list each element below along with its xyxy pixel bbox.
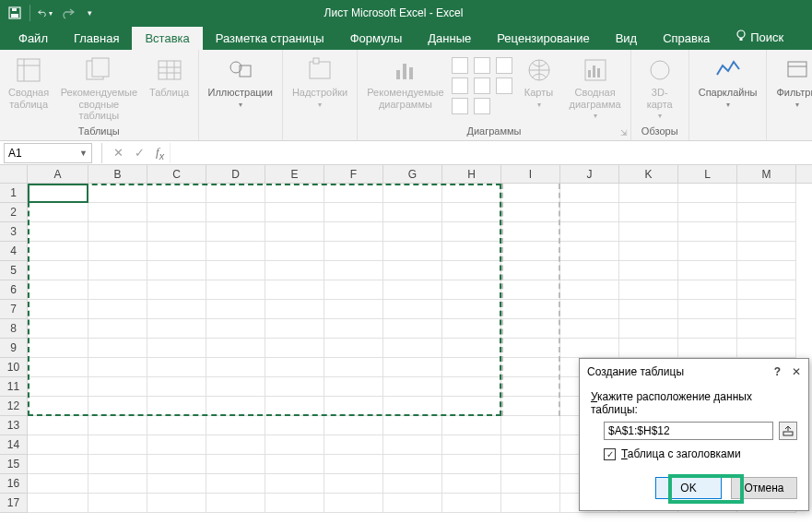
table-button[interactable]: Таблица <box>147 54 193 101</box>
cell[interactable] <box>442 416 501 435</box>
cell[interactable] <box>383 184 442 203</box>
cell[interactable] <box>324 280 383 300</box>
cell[interactable] <box>206 242 265 261</box>
cell[interactable] <box>206 300 265 319</box>
cell[interactable] <box>28 377 88 397</box>
cell[interactable] <box>383 435 442 455</box>
cell[interactable] <box>442 455 501 474</box>
column-header[interactable]: K <box>619 165 678 183</box>
cell[interactable] <box>501 474 560 494</box>
cell[interactable] <box>737 242 796 261</box>
cell[interactable] <box>560 203 619 222</box>
cell[interactable] <box>28 455 88 474</box>
cell[interactable] <box>28 242 88 261</box>
cell[interactable] <box>442 280 501 300</box>
cell[interactable] <box>147 494 206 513</box>
row-header[interactable]: 10 <box>0 358 28 377</box>
column-header[interactable]: L <box>678 165 737 183</box>
cell[interactable] <box>560 300 619 319</box>
tab-help[interactable]: Справка <box>650 27 723 50</box>
cell[interactable] <box>265 397 324 416</box>
row-header[interactable]: 2 <box>0 203 28 222</box>
cell[interactable] <box>383 455 442 474</box>
cell[interactable] <box>737 261 796 280</box>
cell[interactable] <box>206 474 265 494</box>
cell[interactable] <box>619 339 678 358</box>
cell[interactable] <box>28 397 88 416</box>
cell[interactable] <box>324 494 383 513</box>
cell[interactable] <box>265 435 324 455</box>
cell[interactable] <box>88 435 147 455</box>
cell[interactable] <box>619 184 678 203</box>
cell[interactable] <box>88 339 147 358</box>
cell[interactable] <box>383 280 442 300</box>
cell[interactable] <box>324 222 383 242</box>
cell[interactable] <box>206 339 265 358</box>
cell[interactable] <box>501 184 560 203</box>
cell[interactable] <box>383 416 442 435</box>
cell[interactable] <box>206 397 265 416</box>
cell[interactable] <box>147 203 206 222</box>
cell[interactable] <box>383 377 442 397</box>
pivot-chart-button[interactable]: Сводная диаграмма▾ <box>566 54 625 122</box>
cell[interactable] <box>265 319 324 339</box>
cell[interactable] <box>28 261 88 280</box>
cell[interactable] <box>28 435 88 455</box>
chart-type-icon[interactable] <box>474 57 490 74</box>
cell[interactable] <box>88 494 147 513</box>
cell[interactable] <box>442 319 501 339</box>
cell[interactable] <box>147 261 206 280</box>
cell[interactable] <box>147 416 206 435</box>
cell[interactable] <box>88 203 147 222</box>
collapse-dialog-icon[interactable] <box>779 422 797 440</box>
cell[interactable] <box>442 474 501 494</box>
cell[interactable] <box>737 300 796 319</box>
tab-formulas[interactable]: Формулы <box>337 27 416 50</box>
column-header[interactable]: G <box>383 165 442 183</box>
cell[interactable] <box>265 416 324 435</box>
illustrations-button[interactable]: Иллюстрации▾ <box>205 54 277 111</box>
cell[interactable] <box>442 300 501 319</box>
column-header[interactable]: F <box>324 165 383 183</box>
pivot-table-button[interactable]: Сводная таблица <box>6 54 52 112</box>
cell[interactable] <box>383 474 442 494</box>
cell[interactable] <box>501 280 560 300</box>
cell[interactable] <box>501 358 560 377</box>
cell[interactable] <box>265 184 324 203</box>
save-icon[interactable] <box>7 6 22 20</box>
cell[interactable] <box>501 397 560 416</box>
help-icon[interactable]: ? <box>774 365 781 378</box>
cell[interactable] <box>737 184 796 203</box>
cell[interactable] <box>28 319 88 339</box>
cell[interactable] <box>147 300 206 319</box>
chart-type-icon[interactable] <box>452 98 468 114</box>
cell[interactable] <box>501 242 560 261</box>
cell[interactable] <box>265 261 324 280</box>
row-header[interactable]: 5 <box>0 261 28 280</box>
cell[interactable] <box>265 339 324 358</box>
cell[interactable] <box>206 494 265 513</box>
cell[interactable] <box>88 474 147 494</box>
cell[interactable] <box>383 261 442 280</box>
column-header[interactable]: J <box>560 165 619 183</box>
select-all-corner[interactable] <box>0 165 28 183</box>
cell[interactable] <box>619 222 678 242</box>
cell[interactable] <box>265 222 324 242</box>
tab-file[interactable]: Файл <box>6 27 61 50</box>
row-header[interactable]: 6 <box>0 280 28 300</box>
cell[interactable] <box>737 222 796 242</box>
cell[interactable] <box>324 435 383 455</box>
cell[interactable] <box>383 494 442 513</box>
cell[interactable] <box>678 203 737 222</box>
cell[interactable] <box>501 222 560 242</box>
cell[interactable] <box>206 435 265 455</box>
cell[interactable] <box>442 339 501 358</box>
cell[interactable] <box>28 494 88 513</box>
cell[interactable] <box>206 261 265 280</box>
undo-icon[interactable]: ▾ <box>38 6 53 20</box>
cell[interactable] <box>442 203 501 222</box>
name-box[interactable]: A1 ▼ <box>4 143 92 163</box>
cell[interactable] <box>265 455 324 474</box>
cell[interactable] <box>678 280 737 300</box>
cell[interactable] <box>147 358 206 377</box>
